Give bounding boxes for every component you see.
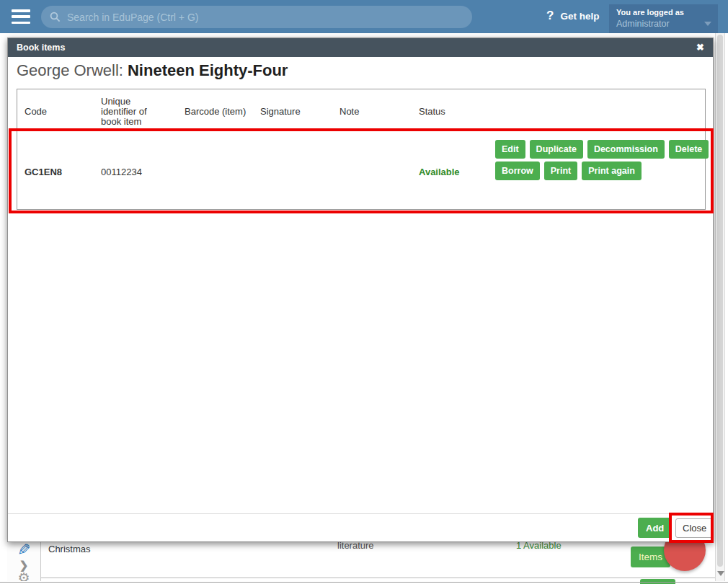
modal-header: Book items ✖ <box>8 38 713 57</box>
modal-title: Book items <box>17 43 65 53</box>
screen: ✎ ❯ ⚙ Christmas literature 1 Available I… <box>0 0 728 584</box>
bg-row-title: Christmas <box>48 544 91 554</box>
topbar: ? Get help You are logged as Administrat… <box>0 0 728 33</box>
action-button-print[interactable]: Print <box>544 162 577 180</box>
menu-icon[interactable] <box>12 9 30 24</box>
page-title: George Orwell:Nineteen Eighty-Four <box>17 61 288 80</box>
row-divider <box>41 578 725 578</box>
action-button-edit[interactable]: Edit <box>495 140 525 159</box>
book-items-modal: Book items ✖ George Orwell:Nineteen Eigh… <box>7 37 714 542</box>
left-sidebar: ✎ ❯ ⚙ <box>7 538 41 581</box>
scroll-down-arrow-icon[interactable] <box>717 571 724 576</box>
book-title: Nineteen Eighty-Four <box>128 61 288 79</box>
question-mark-icon: ? <box>546 9 554 23</box>
page-scrollbar[interactable] <box>715 33 725 581</box>
search-box[interactable] <box>41 6 472 28</box>
action-button-decommission[interactable]: Decommission <box>587 140 665 159</box>
user-name: Administrator <box>616 18 711 30</box>
action-button-delete[interactable]: Delete <box>669 140 709 159</box>
add-button[interactable]: Add <box>638 518 672 538</box>
window-bottom-edge <box>0 582 728 583</box>
user-menu[interactable]: You are logged as Administrator <box>609 4 718 33</box>
col-header-signature: Signature <box>260 106 301 117</box>
col-header-unique-identifier: Unique identifier of book item <box>101 97 163 127</box>
get-help-button[interactable]: ? Get help <box>546 9 599 23</box>
pen-icon[interactable]: ✎ <box>17 541 30 559</box>
search-icon <box>50 12 61 22</box>
items-table: Code Unique identifier of book item Barc… <box>17 89 706 210</box>
action-button-borrow[interactable]: Borrow <box>495 162 540 180</box>
gear-icon[interactable]: ⚙ <box>17 571 30 581</box>
action-button-duplicate[interactable]: Duplicate <box>530 140 583 159</box>
col-header-code: Code <box>25 106 47 117</box>
action-button-print-again[interactable]: Print again <box>582 162 642 180</box>
close-button[interactable]: Close <box>675 518 714 538</box>
footer-divider <box>8 513 713 514</box>
cell-code: GC1EN8 <box>25 167 62 177</box>
close-icon[interactable]: ✖ <box>696 38 704 57</box>
chevron-right-icon[interactable]: ❯ <box>19 559 29 571</box>
book-author: George Orwell: <box>17 61 123 79</box>
col-header-note: Note <box>339 106 359 117</box>
col-header-barcode: Barcode (item) <box>185 106 246 117</box>
cell-unique-identifier: 00112234 <box>101 167 142 177</box>
row-actions-line2: BorrowPrintPrint again <box>495 162 642 180</box>
status-badge: Available <box>419 167 460 177</box>
chevron-down-icon <box>704 22 711 26</box>
get-help-label: Get help <box>560 11 599 22</box>
search-input[interactable] <box>67 12 463 23</box>
row-actions-line1: EditDuplicateDecommissionDelete <box>495 140 709 159</box>
col-header-status: Status <box>419 106 445 117</box>
logged-as-label: You are logged as <box>616 7 711 18</box>
scrollbar-thumb[interactable] <box>717 35 723 567</box>
